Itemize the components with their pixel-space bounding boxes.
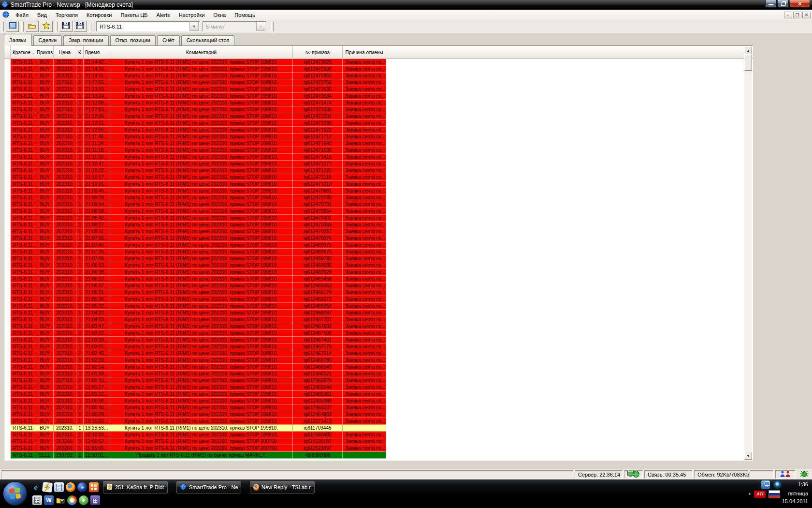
vertical-scrollbar[interactable]: ▲ ▼: [744, 46, 752, 460]
russian-flag-language-icon[interactable]: [768, 490, 780, 498]
table-row[interactable]: RTS-6.11BUY202310.121:07:56...Купить 1 л…: [4, 235, 753, 242]
column-header-symbol[interactable]: Краткое...: [11, 46, 36, 59]
menu-windows[interactable]: Окна: [209, 11, 231, 19]
table-row[interactable]: RTS-6.11BUY202310.121:08:42...Купить 1 л…: [4, 215, 753, 222]
save-button[interactable]: [59, 21, 72, 32]
table-row[interactable]: RTS-6.11BUY202310.121:10:32...Купить 1 л…: [4, 167, 753, 174]
table-row[interactable]: RTS-6.11BUY202310.121:06:07...Купить 1 л…: [4, 283, 753, 289]
table-row[interactable]: RTS-6.11BUY202310.121:00:56...Купить 1 л…: [4, 398, 753, 404]
column-header-time[interactable]: Время: [84, 46, 110, 59]
tab-orders[interactable]: Заявки: [4, 34, 32, 46]
table-row[interactable]: RTS-6.11BUY202310.121:05:22...Купить 1 л…: [4, 303, 753, 310]
table-row[interactable]: RTS-6.11BUY203260.112:00:52...Купить 1 л…: [4, 438, 753, 445]
tab-closed-positions[interactable]: Закр. позиции: [63, 35, 109, 45]
scroll-down-button[interactable]: ▼: [744, 452, 752, 460]
table-row[interactable]: RTS-6.11BUY202310.121:01:58...Купить 1 л…: [4, 371, 753, 377]
mdi-restore-button[interactable]: ❐: [793, 12, 801, 18]
table-row[interactable]: RTS-6.11BUY202310.121:13:39...Купить 1 л…: [4, 86, 753, 93]
toolbar-grip-5[interactable]: [271, 22, 274, 31]
tab-trades[interactable]: Сделки: [33, 35, 62, 45]
table-row[interactable]: RTS-6.11BUY202310.121:10:01...Купить 1 л…: [4, 181, 753, 188]
table-row[interactable]: RTS-6.11BUY202310.121:12:53...Купить 1 л…: [4, 106, 753, 113]
table-row[interactable]: RTS-6.11BUY202310.121:13:08...Купить 1 л…: [4, 100, 753, 106]
table-row[interactable]: RTS-6.11BUY202310.121:03:16...Купить 1 л…: [4, 337, 753, 344]
table-row[interactable]: RTS-6.11BUY202310.121:11:49...Купить 1 л…: [4, 134, 753, 140]
green-app-icon[interactable]: [79, 495, 88, 505]
table-row[interactable]: RTS-6.11BUY202310.121:14:26...Купить 1 л…: [4, 66, 753, 73]
table-row[interactable]: RTS-6.11BUY202310.121:08:11...Купить 1 л…: [4, 228, 753, 235]
table-row[interactable]: RTS-6.11SELL193790.111:50:01...Продать 1…: [4, 452, 753, 459]
column-header-cancel-reason[interactable]: Причина отмены: [343, 46, 386, 59]
firefox-icon[interactable]: [66, 482, 75, 492]
table-row[interactable]: RTS-6.11BUY202310.112:10:00...Купить 1 л…: [4, 432, 753, 438]
notepad-icon[interactable]: [54, 482, 64, 492]
table-row[interactable]: RTS-6.11BUY202310.121:11:18...Купить 1 л…: [4, 147, 753, 154]
table-row[interactable]: RTS-6.11BUY202310.121:03:01...Купить 1 л…: [4, 344, 753, 350]
menu-trading[interactable]: Торговля: [51, 11, 82, 19]
webcam-tray-icon[interactable]: [773, 480, 782, 489]
table-row[interactable]: RTS-6.11BUY202310.121:14:11...Купить 1 л…: [4, 73, 753, 79]
minimize-button[interactable]: ▬: [765, 0, 777, 8]
table-row[interactable]: RTS-6.11BUY202310.121:13:55...Купить 1 л…: [4, 79, 753, 86]
table-row[interactable]: RTS-6.11BUY202310.121:06:38...Купить 1 л…: [4, 269, 753, 276]
menu-alerts[interactable]: Alerts: [152, 11, 174, 19]
table-row[interactable]: RTS-6.11BUY202310.121:01:12...Купить 1 л…: [4, 391, 753, 398]
table-row[interactable]: RTS-6.11BUY202310.121:01:43...Купить 1 л…: [4, 377, 753, 384]
ie-icon[interactable]: e: [31, 482, 41, 492]
chevron-down-icon[interactable]: ▼: [189, 22, 199, 31]
menu-view[interactable]: Вид: [33, 11, 51, 19]
tab-account[interactable]: Счёт: [157, 35, 180, 45]
table-row[interactable]: RTS-6.11BUY202310.121:01:27...Купить 1 л…: [4, 384, 753, 391]
column-header-order-id[interactable]: № приказа: [293, 46, 343, 59]
open-workspace-button[interactable]: [26, 21, 39, 32]
table-row[interactable]: RTS-6.11BUY202310.121:04:20...Купить 1 л…: [4, 310, 753, 316]
start-button[interactable]: [3, 481, 27, 506]
menu-packages[interactable]: Пакеты ЦБ: [116, 11, 152, 19]
grid-app-icon[interactable]: [89, 482, 99, 492]
menu-settings[interactable]: Настройки: [174, 11, 209, 19]
taskbar-button-smarttrade[interactable]: SmartTrade Pro - New...: [176, 481, 241, 493]
table-row[interactable]: RTS-6.11BUY202310.121:00:40...Купить 1 л…: [4, 404, 753, 411]
table-row[interactable]: RTS-6.11BUY202310.121:06:53...Купить 1 л…: [4, 262, 753, 269]
favorites-button[interactable]: [40, 21, 53, 32]
table-row[interactable]: RTS-6.11BUY202310.121:05:51...Купить 1 л…: [4, 289, 753, 296]
table-row[interactable]: RTS-6.11BUY202310.121:13:24...Купить 1 л…: [4, 93, 753, 100]
table-row[interactable]: RTS-6.11BUY202310.121:12:21...Купить 1 л…: [4, 120, 753, 127]
word-icon[interactable]: W: [44, 495, 54, 505]
toolbar-grip-2[interactable]: [21, 22, 24, 31]
tray-clock[interactable]: 1:36: [798, 481, 808, 487]
table-row[interactable]: RTS-6.11BUY202310.121:08:27...Купить 1 л…: [4, 222, 753, 228]
table-row[interactable]: RTS-6.11BUY202310.121:11:34...Купить 1 л…: [4, 140, 753, 147]
ati-tray-icon[interactable]: ATI: [754, 491, 766, 498]
table-row[interactable]: RTS-6.11BUY202310.121:14:42...Купить 1 л…: [4, 59, 753, 66]
mdi-minimize-button[interactable]: –: [784, 12, 792, 18]
blue-orb-app-icon[interactable]: [77, 482, 87, 492]
table-row[interactable]: RTS-6.11BUY202310.121:09:45...Купить 1 л…: [4, 188, 753, 194]
toolbar-grip-4[interactable]: [89, 22, 91, 31]
table-row[interactable]: RTS-6.11BUY202310.121:00:29...Купить 1 л…: [4, 411, 753, 418]
building-app-icon[interactable]: [90, 495, 100, 505]
table-row[interactable]: RTS-6.11BUY202310.121:08:58...Купить 1 л…: [4, 208, 753, 215]
column-header-price[interactable]: Цена: [54, 46, 76, 59]
calculator-icon[interactable]: [32, 495, 42, 505]
column-header-comment[interactable]: Комментарий: [110, 46, 293, 59]
table-row[interactable]: RTS-6.11BUY202310.121:04:03...Купить 1 л…: [4, 316, 753, 323]
table-row[interactable]: RTS-6.11BUY202310.121:12:36...Купить 1 л…: [4, 113, 753, 120]
taskbar-button-winamp[interactable]: 251. Ke$ha ft. P Didd...: [103, 481, 168, 493]
tray-chevron-icon[interactable]: ‹: [749, 491, 751, 496]
scroll-up-button[interactable]: ▲: [744, 46, 752, 54]
winamp-icon[interactable]: [42, 482, 53, 493]
toolbar-grip-3[interactable]: [55, 22, 58, 31]
save-all-button[interactable]: [73, 21, 87, 32]
table-row[interactable]: RTS-6.11BUY202310.121:05:36...Купить 1 л…: [4, 296, 753, 303]
toolbar-grip[interactable]: [1, 22, 4, 31]
mdi-close-button[interactable]: ✕: [802, 12, 811, 18]
table-row[interactable]: RTS-6.11BUY202310.121:02:29...Купить 1 л…: [4, 357, 753, 364]
table-row[interactable]: RTS-6.11BUY202310.121:03:32...Купить 1 л…: [4, 330, 753, 337]
menu-quotes[interactable]: Котировки: [82, 11, 116, 19]
window-manager-tray-icon[interactable]: [761, 480, 770, 489]
table-row[interactable]: RTS-6.11BUY202310.121:07:25...Купить 1 л…: [4, 249, 753, 255]
taskbar-button-firefox[interactable]: New Reply - TSLab.ru ...: [250, 481, 315, 493]
table-row[interactable]: RTS-6.11BUY202310.121:10:17...Купить 1 л…: [4, 174, 753, 181]
table-row[interactable]: RTS-6.11BUY202310.121:09:29...Купить 1 л…: [4, 194, 753, 201]
